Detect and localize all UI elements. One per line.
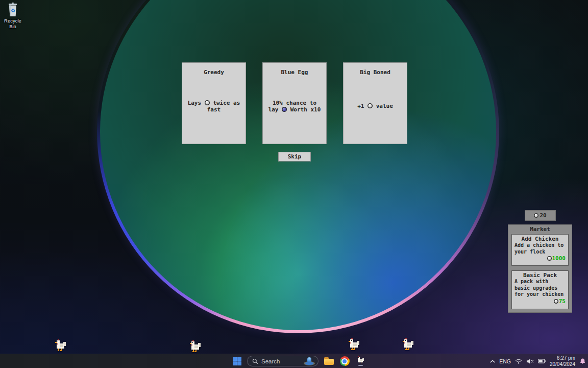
recycle-bin-label: Recycle Bin	[1, 18, 24, 29]
time-label: 6:27 pm	[550, 355, 575, 361]
market-item-basic-pack[interactable]: Basic Pack A pack with basic upgrades fo…	[511, 270, 569, 309]
market-item-title: Add Chicken	[514, 236, 566, 242]
egg-icon	[534, 213, 538, 218]
search-label: Search	[261, 358, 280, 364]
egg-icon	[368, 103, 373, 108]
egg-counter: 20	[525, 210, 556, 221]
upgrade-card-description: 10% chance to lay Worth x10	[263, 76, 326, 144]
battery-icon[interactable]	[538, 359, 546, 363]
upgrade-card-title: Blue Egg	[263, 69, 326, 76]
market-item-title: Basic Pack	[514, 272, 566, 279]
game-taskbar-icon[interactable]	[355, 355, 366, 367]
file-explorer-icon[interactable]	[323, 355, 334, 367]
blue-egg-icon	[282, 107, 287, 112]
upgrade-card-blue-egg[interactable]: Blue Egg 10% chance to lay Worth x10	[262, 62, 327, 144]
market-item-description: A pack with basic upgrades for your chic…	[514, 279, 566, 298]
market-item-description: Add a chicken to your flock	[514, 242, 566, 255]
market-item-price: 75	[514, 298, 566, 305]
tray-chevron-icon[interactable]	[490, 360, 495, 363]
language-indicator[interactable]: ENG	[499, 358, 511, 364]
svg-text:♻: ♻	[11, 8, 15, 13]
start-button[interactable]	[231, 355, 242, 367]
clock[interactable]: 6:27 pm 20/04/2024	[550, 355, 575, 367]
market-item-add-chicken[interactable]: Add Chicken Add a chicken to your flock …	[511, 234, 569, 266]
upgrade-card-big-boned[interactable]: Big Boned +1 value	[343, 62, 407, 144]
egg-icon	[547, 256, 552, 261]
market-panel: Market Add Chicken Add a chicken to your…	[508, 224, 572, 313]
market-item-price: 1000	[514, 255, 566, 262]
wifi-icon[interactable]	[515, 358, 522, 364]
wallpaper-orb	[97, 0, 499, 333]
upgrade-card-description: Lays twice as fast	[182, 76, 246, 144]
notification-bell-icon[interactable]	[579, 358, 586, 365]
search-box[interactable]: Search	[247, 356, 318, 366]
wallpaper-orb-glow	[100, 0, 496, 330]
market-title: Market	[511, 226, 569, 234]
egg-icon	[554, 299, 558, 304]
egg-counter-value: 20	[540, 212, 546, 219]
egg-icon	[205, 100, 210, 105]
upgrade-card-description: +1 value	[344, 76, 407, 144]
upgrade-card-title: Big Boned	[344, 69, 407, 76]
volume-muted-icon[interactable]	[526, 358, 534, 364]
skip-button[interactable]: Skip	[278, 152, 311, 162]
chicken-sprite[interactable]	[54, 339, 67, 353]
chicken-sprite[interactable]	[348, 338, 361, 352]
desktop-wallpaper: ♻ Recycle Bin Greedy Lays twice as fast …	[0, 0, 588, 368]
upgrade-card-greedy[interactable]: Greedy Lays twice as fast	[182, 62, 246, 144]
search-icon	[252, 358, 258, 364]
search-highlight-image	[303, 357, 316, 366]
chicken-sprite[interactable]	[402, 338, 415, 352]
windows-logo-icon	[233, 357, 241, 365]
chrome-icon[interactable]	[339, 355, 350, 367]
chicken-app-icon	[356, 356, 365, 365]
running-app-indicator	[358, 365, 363, 366]
date-label: 20/04/2024	[550, 361, 575, 367]
recycle-bin-icon: ♻	[1, 2, 24, 17]
taskbar: Search ENG	[0, 354, 588, 368]
chicken-sprite[interactable]	[189, 340, 202, 354]
recycle-bin[interactable]: ♻ Recycle Bin	[1, 2, 24, 29]
upgrade-card-title: Greedy	[182, 69, 246, 76]
